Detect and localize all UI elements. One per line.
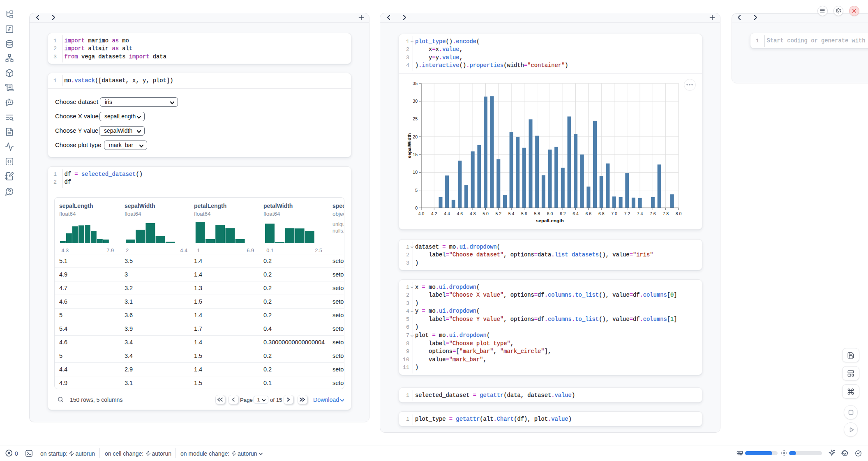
svg-text:7.0: 7.0 <box>611 211 617 216</box>
svg-text:6.2: 6.2 <box>560 211 566 216</box>
svg-text:15: 15 <box>413 152 418 157</box>
svg-text:4.6: 4.6 <box>457 211 463 216</box>
svg-text:5.4: 5.4 <box>508 211 515 216</box>
svg-text:35: 35 <box>413 81 418 86</box>
svg-text:4.8: 4.8 <box>470 211 476 216</box>
svg-text:sepalWidth: sepalWidth <box>407 133 412 158</box>
svg-text:25: 25 <box>413 116 418 121</box>
svg-text:5.6: 5.6 <box>521 211 527 216</box>
svg-text:7.2: 7.2 <box>624 211 630 216</box>
svg-text:6.6: 6.6 <box>586 211 592 216</box>
svg-text:30: 30 <box>413 99 418 104</box>
svg-text:6.8: 6.8 <box>598 211 605 216</box>
svg-text:4.4: 4.4 <box>444 211 450 216</box>
svg-text:8.0: 8.0 <box>676 211 682 216</box>
svg-text:7.4: 7.4 <box>637 211 643 216</box>
svg-text:7.6: 7.6 <box>650 211 656 216</box>
svg-text:10: 10 <box>413 170 418 175</box>
svg-text:6.4: 6.4 <box>573 211 579 216</box>
svg-text:5.8: 5.8 <box>534 211 540 216</box>
svg-text:20: 20 <box>413 134 418 139</box>
svg-text:0: 0 <box>415 205 418 210</box>
svg-text:sepalLength: sepalLength <box>536 218 564 223</box>
svg-text:6.0: 6.0 <box>547 211 553 216</box>
svg-text:7.8: 7.8 <box>663 211 669 216</box>
svg-text:5.2: 5.2 <box>495 211 501 216</box>
svg-text:5.0: 5.0 <box>482 211 489 216</box>
svg-text:5: 5 <box>415 188 418 193</box>
svg-text:4.0: 4.0 <box>418 211 425 216</box>
svg-text:4.2: 4.2 <box>431 211 437 216</box>
